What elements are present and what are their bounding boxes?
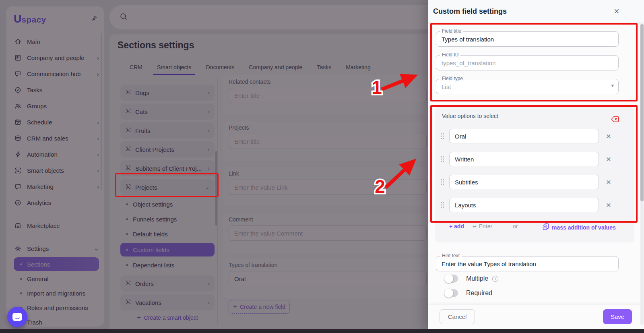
custom-field-settings-panel: Custom field settings × Field title Fiel… bbox=[428, 0, 644, 333]
app-window: Uspacy Main Company and people › Communi… bbox=[0, 0, 644, 333]
panel-scrollbar[interactable] bbox=[640, 24, 644, 201]
remove-option-icon[interactable]: × bbox=[604, 131, 613, 141]
multiple-label: Multiple bbox=[466, 275, 488, 282]
required-toggle-row: Required bbox=[444, 289, 492, 297]
or-label: or bbox=[513, 223, 518, 230]
toggle-knob bbox=[444, 289, 453, 298]
copy-icon bbox=[543, 223, 549, 232]
option-input-layouts[interactable] bbox=[449, 198, 599, 212]
drag-handle-icon[interactable] bbox=[440, 179, 444, 187]
hint-text-group: Hint text bbox=[436, 256, 619, 271]
cancel-button[interactable]: Cancel bbox=[440, 309, 475, 324]
required-toggle[interactable] bbox=[444, 289, 458, 297]
field-id-input bbox=[436, 55, 619, 70]
remove-option-icon[interactable]: × bbox=[604, 154, 613, 164]
enter-key-hint: ↵ Enter bbox=[473, 223, 492, 230]
remove-option-icon[interactable]: × bbox=[604, 200, 613, 210]
mass-addition-button[interactable]: mass addition of values bbox=[543, 223, 616, 232]
field-type-label: Field type bbox=[440, 76, 465, 81]
field-title-label: Field title bbox=[440, 28, 463, 34]
field-type-group: Field type ▾ bbox=[436, 79, 619, 94]
option-input-oral[interactable] bbox=[449, 129, 599, 143]
chat-launcher-button[interactable] bbox=[7, 307, 27, 327]
clear-all-options-icon[interactable] bbox=[611, 116, 619, 124]
drag-handle-icon[interactable] bbox=[440, 133, 444, 141]
multiple-toggle[interactable] bbox=[444, 275, 458, 283]
required-label: Required bbox=[466, 290, 492, 297]
add-option-button[interactable]: + add bbox=[449, 223, 464, 230]
window-bottom-edge bbox=[0, 329, 644, 333]
drag-handle-icon[interactable] bbox=[440, 156, 444, 164]
panel-footer: Cancel Save bbox=[428, 305, 644, 329]
hint-text-input[interactable] bbox=[436, 256, 619, 271]
option-input-written[interactable] bbox=[449, 152, 599, 166]
value-options-label: Value options to select bbox=[442, 113, 498, 119]
info-icon: i bbox=[492, 276, 498, 282]
toggle-knob bbox=[444, 274, 453, 283]
drag-handle-icon[interactable] bbox=[440, 202, 444, 210]
options-actions-row: + add ↵ Enter or mass addition of values bbox=[435, 223, 634, 233]
save-button[interactable]: Save bbox=[603, 309, 632, 324]
hint-text-label: Hint text bbox=[440, 253, 462, 259]
option-input-subtitles[interactable] bbox=[449, 175, 599, 189]
field-id-label: Field ID bbox=[440, 52, 460, 58]
field-id-group: Field ID bbox=[436, 55, 619, 70]
value-options-section: Value options to select × × × bbox=[435, 107, 634, 242]
field-title-input[interactable] bbox=[436, 31, 619, 47]
multiple-toggle-row: Multiple i bbox=[444, 275, 498, 283]
chat-bubble-icon bbox=[12, 313, 22, 321]
field-title-group: Field title bbox=[436, 31, 619, 47]
panel-title: Custom field settings bbox=[428, 7, 507, 16]
remove-option-icon[interactable]: × bbox=[604, 177, 613, 187]
close-icon[interactable]: × bbox=[611, 6, 622, 17]
